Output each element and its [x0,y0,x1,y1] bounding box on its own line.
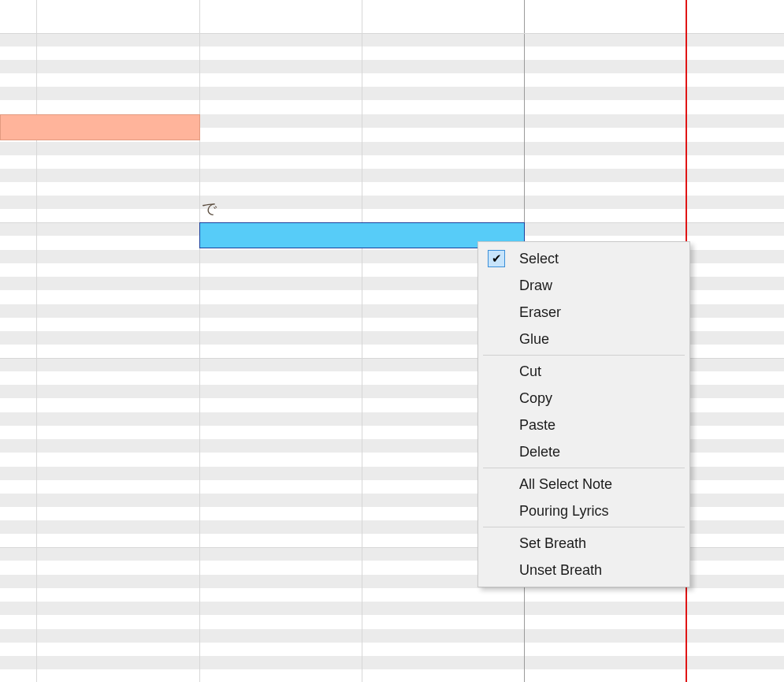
menu-item-draw[interactable]: Draw [478,272,689,299]
piano-row [0,196,784,209]
menu-label: Paste [510,417,555,434]
piano-row [0,656,784,669]
piano-row [0,169,784,182]
note-block[interactable] [0,114,200,140]
piano-row [0,142,784,155]
gridline-vertical [362,0,362,682]
menu-item-paste[interactable]: Paste [478,412,689,438]
menu-item-delete[interactable]: Delete [478,438,689,465]
menu-separator [483,527,685,527]
menu-separator [483,468,685,468]
menu-label: Draw [510,278,552,294]
piano-roll[interactable]: で ✔ Select Draw Eraser Glue [0,0,784,682]
menu-item-copy[interactable]: Copy [478,385,689,412]
gridline-vertical [199,0,200,682]
menu-separator [483,355,685,356]
menu-item-set-breath[interactable]: Set Breath [478,530,689,557]
gridline-vertical [36,0,37,682]
menu-item-cut[interactable]: Cut [478,358,689,385]
menu-label: Copy [510,390,552,407]
piano-row [0,629,784,643]
menu-label: All Select Note [510,476,612,493]
gridline-horizontal [0,33,784,34]
menu-label: Glue [510,331,549,348]
piano-row [0,60,784,73]
piano-row [0,602,784,615]
menu-item-eraser[interactable]: Eraser [478,299,689,326]
note-lyric: で [202,199,217,219]
piano-row [0,33,784,47]
menu-item-all-select-note[interactable]: All Select Note [478,471,689,498]
menu-item-select[interactable]: ✔ Select [478,245,689,272]
context-menu: ✔ Select Draw Eraser Glue Cut [477,241,690,587]
check-icon: ✔ [483,250,510,267]
note-block-selected[interactable] [199,222,525,248]
menu-label: Select [510,251,559,267]
menu-label: Unset Breath [510,562,602,579]
menu-label: Delete [510,444,560,460]
menu-item-pouring-lyrics[interactable]: Pouring Lyrics [478,498,689,524]
menu-label: Set Breath [510,535,586,552]
menu-label: Cut [510,363,541,380]
piano-row [0,87,784,100]
menu-label: Pouring Lyrics [510,503,608,520]
menu-item-unset-breath[interactable]: Unset Breath [478,557,689,583]
menu-label: Eraser [510,304,561,321]
menu-item-glue[interactable]: Glue [478,326,689,352]
